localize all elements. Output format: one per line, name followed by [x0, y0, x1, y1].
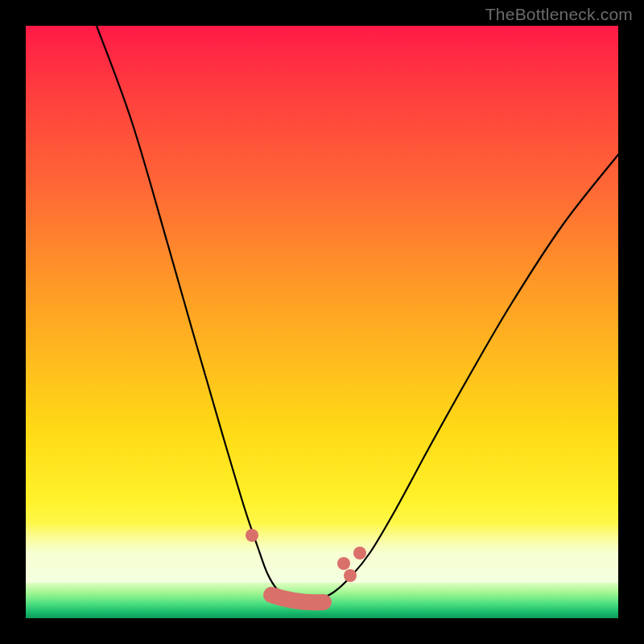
marker-dot [246, 529, 258, 542]
curve-left-branch [97, 26, 299, 602]
marker-dot [344, 569, 357, 582]
watermark-text: TheBottleneck.com [485, 5, 633, 24]
plot-area [26, 26, 618, 618]
marker-dot [353, 547, 366, 559]
marker-pill [271, 595, 324, 602]
chart-frame: TheBottleneck.com [0, 0, 644, 644]
curve-right-branch [299, 155, 618, 602]
curve-layer [26, 26, 618, 618]
marker-dot [337, 557, 350, 570]
